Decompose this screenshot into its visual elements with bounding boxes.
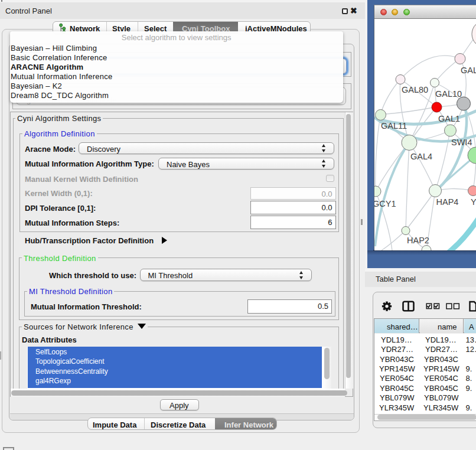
svg-text:HAP2: HAP2 [407, 236, 429, 245]
svg-text:GAL10: GAL10 [435, 89, 462, 99]
svg-text:HAP4: HAP4 [436, 197, 458, 207]
svg-text:SWI4: SWI4 [451, 138, 472, 147]
svg-text:Y: Y [471, 197, 476, 207]
svg-text:GAL1: GAL1 [438, 114, 460, 123]
svg-text:GAL11: GAL11 [381, 121, 407, 131]
svg-text:GAL4: GAL4 [410, 152, 432, 161]
svg-text:GAL80: GAL80 [402, 85, 428, 94]
svg-text:GCY1: GCY1 [374, 199, 396, 208]
svg-text:GAL: GAL [461, 66, 476, 75]
